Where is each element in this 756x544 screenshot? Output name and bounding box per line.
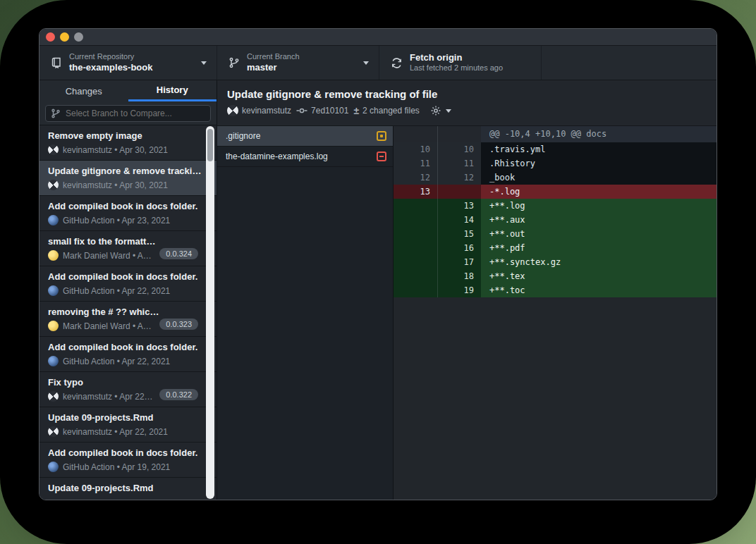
scrollbar-thumb[interactable] xyxy=(207,129,213,161)
kevinamstutz-avatar xyxy=(48,391,59,402)
diff-line-context: 1212_book xyxy=(394,171,717,185)
new-line-number: 18 xyxy=(437,269,481,283)
new-line-number: 12 xyxy=(437,171,481,185)
commit-item-meta: GitHub Action • Apr 22, 2021 xyxy=(48,285,208,296)
chevron-down-icon xyxy=(363,61,369,65)
commit-item-meta: kevinamstutz • Apr 30, 2021 xyxy=(48,180,208,190)
new-line-number: 15 xyxy=(437,227,481,241)
zoom-window-button[interactable] xyxy=(74,32,83,42)
commit-item-meta: GitHub Action • Apr 23, 2021 xyxy=(48,215,208,225)
gear-icon xyxy=(430,105,441,116)
commit-item-meta: GitHub Action • Apr 22, 2021 xyxy=(48,356,208,366)
diff-view: @@ -10,4 +10,10 @@ docs 1010.travis.yml1… xyxy=(394,126,717,500)
commit-list-item[interactable]: Add compiled book in docs folder.GitHub … xyxy=(39,443,217,478)
file-name: the-datamine-examples.log xyxy=(226,152,377,161)
tab-history[interactable]: History xyxy=(128,80,217,101)
new-line-number: 17 xyxy=(437,255,481,269)
new-line-number: 16 xyxy=(437,241,481,255)
old-line-number xyxy=(394,227,437,241)
diff-line-text: +**.aux xyxy=(481,213,717,227)
changed-files-list: .gitignorethe-datamine-examples.log xyxy=(217,126,394,500)
git-commit-icon xyxy=(296,106,307,115)
commit-item-title: removing the # ?? whic… xyxy=(48,307,208,317)
minimize-window-button[interactable] xyxy=(60,32,69,42)
history-sidebar: Changes History Remove empty imagekevina… xyxy=(39,80,217,500)
diff-stat-icon: ± xyxy=(353,105,359,116)
version-badge: 0.0.324 xyxy=(159,248,198,259)
commit-item-title: Update gitignore & remove tracki… xyxy=(48,166,208,176)
commit-item-title: Add compiled book in docs folder. xyxy=(48,271,208,282)
github-desktop-window: Current Repository the-examples-book Cur… xyxy=(39,28,717,500)
commit-list-scrollbar[interactable] xyxy=(206,126,214,499)
fetch-origin-title: Fetch origin xyxy=(410,52,503,63)
commit-item-title: Add compiled book in docs folder. xyxy=(48,447,208,458)
select-branch-to-compare-input[interactable] xyxy=(45,105,211,122)
chevron-down-icon xyxy=(201,61,207,65)
commit-item-author-date: kevinamstutz • Apr 30, 2021 xyxy=(63,145,168,155)
commit-item-author-date: kevinamstutz • Apr 22, 2021 xyxy=(63,427,168,437)
diff-options-button[interactable] xyxy=(430,105,451,116)
diff-line-text: +**.pdf xyxy=(481,241,717,255)
kevinamstutz-avatar xyxy=(48,144,59,155)
github-action-avatar xyxy=(48,356,59,366)
commit-detail-panel: Update gitignore & remove tracking of fi… xyxy=(217,80,717,500)
commit-item-author-date: kevinamstutz • Apr 30, 2021 xyxy=(63,180,168,190)
commit-list-item[interactable]: Update gitignore & remove tracki…kevinam… xyxy=(39,161,217,196)
diff-line-added: 17+**.synctex.gz xyxy=(394,255,717,269)
diff-line-added: 19+**.toc xyxy=(394,283,717,297)
commit-item-title: small fix to the formatt… xyxy=(48,236,208,247)
fetch-origin-button[interactable]: Fetch origin Last fetched 2 minutes ago xyxy=(379,46,542,80)
commit-list-item[interactable]: Add compiled book in docs folder.GitHub … xyxy=(39,196,217,231)
commit-item-author-date: Mark Daniel Ward • A… xyxy=(63,251,152,261)
author-avatar xyxy=(227,105,238,116)
new-line-number: 19 xyxy=(437,283,481,297)
file-list-item[interactable]: the-datamine-examples.log xyxy=(217,147,393,167)
new-line-number: 13 xyxy=(437,199,481,213)
commit-list-item[interactable]: Add compiled book in docs folder.GitHub … xyxy=(39,266,217,302)
github-action-avatar xyxy=(48,285,59,296)
commit-item-title: Fix typo xyxy=(48,377,208,388)
macos-titlebar[interactable] xyxy=(39,29,717,46)
diff-line-added: 16+**.pdf xyxy=(394,241,717,255)
commit-item-author-date: GitHub Action • Apr 22, 2021 xyxy=(63,286,170,296)
diff-line-added: 14+**.aux xyxy=(394,213,717,227)
new-line-number: 14 xyxy=(437,213,481,227)
version-badge: 0.0.322 xyxy=(159,389,198,400)
commit-detail-header: Update gitignore & remove tracking of fi… xyxy=(217,80,717,126)
github-action-avatar xyxy=(48,215,59,225)
chevron-down-icon xyxy=(446,109,451,113)
commit-list-item[interactable]: Fix typokevinamstutz • Apr 22…0.0.322 xyxy=(39,372,217,407)
current-branch-button[interactable]: Current Branch master xyxy=(217,46,379,80)
current-branch-label: Current Branch xyxy=(247,52,300,62)
tab-changes[interactable]: Changes xyxy=(39,80,128,101)
old-line-number xyxy=(394,241,437,255)
old-line-number: 12 xyxy=(394,171,437,185)
new-line-number: 11 xyxy=(437,156,481,171)
commit-item-title: Remove empty image xyxy=(48,130,208,141)
commit-item-author-date: kevinamstutz • Apr 22… xyxy=(63,392,153,402)
current-repository-button[interactable]: Current Repository the-examples-book xyxy=(39,46,217,80)
diff-line-text: _book xyxy=(481,171,717,185)
diff-line-added: 18+**.tex xyxy=(394,269,717,283)
commit-list-item[interactable]: Add compiled book in docs folder.GitHub … xyxy=(39,337,217,372)
file-list-item[interactable]: .gitignore xyxy=(217,126,393,147)
diff-line-text: .Rhistory xyxy=(481,156,717,171)
commit-list-item[interactable]: removing the # ?? whic…Mark Daniel Ward … xyxy=(39,302,217,337)
commit-list-item[interactable]: small fix to the formatt…Mark Daniel War… xyxy=(39,231,217,266)
commit-item-title: Update 09-projects.Rmd xyxy=(48,483,208,493)
commit-item-author-date: GitHub Action • Apr 22, 2021 xyxy=(63,357,170,366)
sidebar-tabs: Changes History xyxy=(39,80,217,101)
commit-title: Update gitignore & remove tracking of fi… xyxy=(227,88,707,100)
old-line-number xyxy=(394,213,437,227)
commit-item-meta: kevinamstutz • Apr 30, 2021 xyxy=(48,144,208,155)
commit-list-item[interactable]: Update 09-projects.Rmdkevinamstutz • Apr… xyxy=(39,407,217,443)
old-line-number: 13 xyxy=(394,185,437,199)
version-badge: 0.0.323 xyxy=(159,319,198,330)
commit-list: Remove empty imagekevinamstutz • Apr 30,… xyxy=(39,125,217,500)
commit-list-item[interactable]: Update 09-projects.Rmd xyxy=(39,478,217,500)
commit-list-item[interactable]: Remove empty imagekevinamstutz • Apr 30,… xyxy=(39,125,217,161)
close-window-button[interactable] xyxy=(46,32,55,42)
diff-line-context: 1111.Rhistory xyxy=(394,156,717,171)
diff-line-deleted: 13-*.log xyxy=(394,185,717,199)
fetch-origin-subtitle: Last fetched 2 minutes ago xyxy=(410,63,503,73)
